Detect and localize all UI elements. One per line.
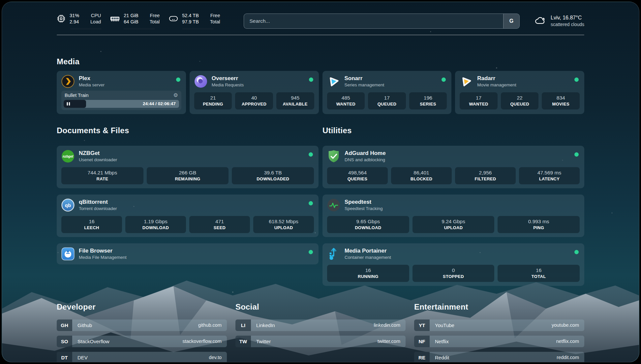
bookmark-github[interactable]: GH Github github.com: [57, 319, 227, 331]
stat-upload: 618.52 Mbps UPLOAD: [253, 216, 314, 233]
cpu-icon: [57, 14, 66, 23]
ram-free-label: Free: [150, 13, 160, 19]
search-engine-button[interactable]: G: [503, 14, 519, 28]
plex-now-playing: Bullet Train ⚙ 24:44 / 02:06:47: [61, 91, 181, 110]
cpu-percent: 31%: [70, 13, 79, 19]
stat-total: 16 TOTAL: [498, 265, 580, 282]
ram-free-value: 21 GiB: [124, 13, 138, 19]
status-dot: [309, 152, 313, 157]
app-card-speedtest[interactable]: Speedtest Speedtest Tracking 9.65 Gbps D…: [322, 195, 584, 237]
app-card-plex[interactable]: Plex Media server Bullet Train ⚙: [57, 71, 186, 114]
search-input[interactable]: [244, 14, 503, 28]
bookmark-abbr: RE: [414, 352, 430, 362]
stat-filtered: 2,956 FILTERED: [455, 167, 516, 184]
stat-stopped: 0 STOPPED: [412, 265, 495, 282]
section-social: Social LI LinkedIn linkedin.com TW Twitt…: [235, 302, 406, 362]
app-card-overseerr[interactable]: Overseerr Media Requests 21 PENDING 40 A…: [190, 71, 319, 114]
bookmark-netflix[interactable]: NF Netflix netflix.com: [414, 336, 584, 347]
documents-section-title: Documents & Files: [57, 126, 319, 135]
app-card-radarr[interactable]: Radarr Movie management 17 WANTED 22 QUE…: [455, 71, 584, 114]
app-card-adguard[interactable]: AdGuard Home DNS and adblocking 498,564 …: [322, 146, 584, 188]
weather-location-temp: Lviv, 16.87°C: [551, 15, 584, 21]
app-card-portainer[interactable]: Media Portainer Container management 16 …: [322, 243, 584, 286]
stat-queued: 22 QUEUED: [501, 92, 539, 109]
app-desc: Media File Management: [79, 255, 127, 260]
bookmark-name: LinkedIn: [251, 322, 374, 328]
adguard-icon: [327, 150, 340, 163]
bookmark-url: linkedin.com: [374, 322, 406, 328]
cpu-load-value: 2.94: [70, 19, 79, 25]
app-name: Media Portainer: [345, 248, 391, 254]
search-bar: G: [244, 14, 520, 29]
status-dot: [309, 201, 313, 205]
bookmark-dev[interactable]: DT DEV dev.to: [57, 352, 227, 362]
app-card-filebrowser[interactable]: File Browser Media File Management: [57, 243, 319, 264]
app-card-nzbget[interactable]: nzbget NZBGet Usenet downloader 744.21 M…: [57, 146, 319, 188]
cpu-stat: 31% 2.94 CPU Load: [57, 13, 101, 30]
status-dot: [574, 250, 579, 254]
stat-ping: 0.993 ms PING: [498, 216, 580, 233]
app-desc: Container management: [345, 255, 391, 260]
section-media: Media Plex Media server: [57, 57, 584, 114]
app-name: qBittorrent: [79, 199, 117, 205]
app-desc: Movie management: [477, 82, 516, 87]
overseerr-icon: [194, 75, 207, 88]
header-divider: [57, 35, 584, 35]
bookmark-youtube[interactable]: YT YouTube youtube.com: [414, 319, 584, 331]
bookmark-reddit[interactable]: RE Reddit reddit.com: [414, 352, 584, 362]
disk-free-value: 52.4 TB: [182, 13, 199, 19]
app-name: Radarr: [477, 75, 516, 82]
social-section-title: Social: [235, 302, 406, 312]
bookmark-twitter[interactable]: TW Twitter twitter.com: [235, 336, 406, 347]
stat-approved: 40 APPROVED: [235, 92, 273, 109]
app-card-sonarr[interactable]: Sonarr Series management 485 WANTED 17 Q…: [322, 71, 452, 114]
weather-condition: scattered clouds: [551, 21, 584, 27]
disk-total-value: 97.9 TB: [182, 19, 199, 25]
sonarr-icon: [327, 75, 340, 88]
ram-progress-bar: [123, 28, 155, 30]
bookmark-abbr: NF: [414, 336, 430, 347]
ram-total-label: Total: [150, 19, 160, 25]
stat-latency: 47.569 ms LATENCY: [519, 167, 580, 184]
disk-total-label: Total: [210, 19, 220, 25]
stat-remaining: 266 GB REMAINING: [147, 167, 229, 184]
svg-text:qb: qb: [65, 202, 71, 208]
section-entertainment: Entertainment YT YouTube youtube.com NF …: [414, 302, 584, 362]
status-dot: [176, 77, 180, 82]
app-card-qbittorrent[interactable]: qb qBittorrent Torrent downloader 16 LEE…: [57, 195, 319, 237]
stat-queries: 498,564 QUERIES: [327, 167, 388, 184]
app-name: Sonarr: [345, 75, 384, 82]
dashboard: 31% 2.94 CPU Load 21 GiB 64 GiB F: [2, 2, 639, 362]
stat-queued: 17 QUEUED: [368, 92, 406, 109]
cpu-label: CPU: [90, 13, 101, 19]
bookmark-url: youtube.com: [552, 322, 584, 328]
bookmark-url: stackoverflow.com: [183, 339, 227, 344]
bookmark-abbr: LI: [235, 319, 251, 331]
stat-seed: 471 SEED: [189, 216, 250, 233]
bookmark-abbr: SO: [57, 336, 72, 347]
app-desc: Series management: [345, 82, 384, 87]
stat-wanted: 17 WANTED: [460, 92, 498, 109]
bookmark-abbr: YT: [414, 319, 430, 331]
cloud-icon: [534, 16, 546, 26]
stat-blocked: 86,401 BLOCKED: [391, 167, 452, 184]
pause-icon[interactable]: [67, 102, 70, 106]
ram-stat: 21 GiB 64 GiB Free Total: [110, 13, 160, 30]
stat-available: 945 AVAILABLE: [276, 92, 314, 109]
bookmark-linkedin[interactable]: LI LinkedIn linkedin.com: [235, 319, 406, 331]
status-dot: [442, 77, 446, 82]
weather-widget: Lviv, 16.87°C scattered clouds: [534, 15, 584, 27]
svg-text:nzbget: nzbget: [63, 154, 74, 158]
disk-free-label: Free: [210, 13, 220, 19]
plex-icon: [61, 75, 75, 88]
bookmark-stackoverflow[interactable]: SO StackOverflow stackoverflow.com: [57, 336, 227, 347]
gear-icon[interactable]: ⚙: [173, 93, 178, 98]
disk-progress-bar: [182, 28, 214, 30]
top-bar: 31% 2.94 CPU Load 21 GiB 64 GiB F: [57, 2, 584, 30]
stat-download: 1.19 Gbps DOWNLOAD: [125, 216, 186, 233]
app-desc: Usenet downloader: [79, 157, 117, 162]
app-name: File Browser: [79, 248, 127, 254]
playback-progress-bar: 24:44 / 02:06:47: [64, 100, 179, 108]
stat-pending: 21 PENDING: [194, 92, 232, 109]
section-developer: Developer GH Github github.com SO StackO…: [57, 302, 227, 362]
